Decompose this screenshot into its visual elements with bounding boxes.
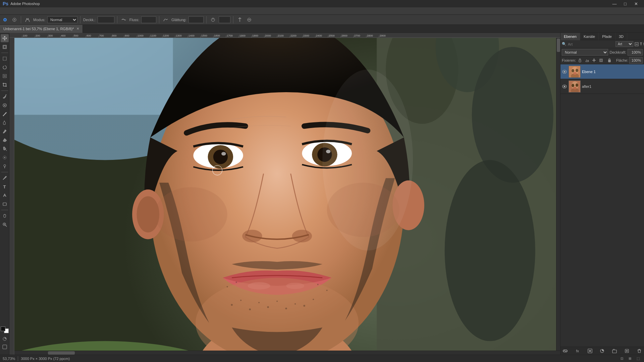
- tab-3d[interactable]: 3D: [615, 33, 627, 40]
- text-tool-button[interactable]: T: [1, 183, 9, 191]
- layer-mask-button[interactable]: [587, 348, 593, 354]
- modus-select[interactable]: Normal Multiplizieren Abblenden: [47, 16, 77, 23]
- layer-search-input[interactable]: [568, 42, 614, 46]
- svg-point-120: [276, 301, 278, 302]
- crop-tool-button[interactable]: [1, 81, 9, 89]
- screen-mode-button[interactable]: [1, 343, 8, 351]
- document-tab[interactable]: Unbenannt-1 bei 53,7% (Ebene 1, RGB/8)* …: [0, 25, 83, 33]
- fluss-input[interactable]: 3%: [141, 16, 156, 23]
- separator5: [206, 16, 207, 23]
- layer-item-ebene1[interactable]: Ebene 1: [560, 64, 644, 79]
- svg-text:2200: 2200: [290, 34, 297, 37]
- minimize-button[interactable]: —: [609, 0, 620, 7]
- airbrush-icon[interactable]: [120, 16, 127, 23]
- status-zoom-fit[interactable]: ⊡: [619, 355, 625, 362]
- scroll-bottom[interactable]: [14, 351, 560, 355]
- glattung-label: Glättung:: [171, 18, 186, 22]
- photo-canvas[interactable]: [14, 38, 560, 355]
- marquee-tool-button[interactable]: [1, 55, 9, 63]
- move-tool-button[interactable]: [1, 34, 9, 42]
- clone-stamp-button[interactable]: [1, 119, 9, 127]
- layer-visibility-ebene1[interactable]: [562, 69, 567, 74]
- blend-mode-row: Normal Multiplizieren Abblenden Aufhelle…: [560, 48, 644, 56]
- angle-icon[interactable]: [209, 16, 217, 23]
- new-layer-button[interactable]: [624, 348, 630, 354]
- extra-settings-icon[interactable]: [246, 16, 253, 23]
- maximize-button[interactable]: □: [620, 0, 631, 7]
- dodge-burn-button[interactable]: [1, 162, 9, 170]
- hand-tool-button[interactable]: [1, 212, 9, 220]
- brush-mode-icon[interactable]: [24, 16, 31, 23]
- fluss-label: Fluss:: [129, 18, 139, 22]
- zoom-tool-button[interactable]: [1, 221, 9, 229]
- angle-input[interactable]: 0°: [219, 16, 230, 23]
- tab-kanale[interactable]: Kanäle: [580, 33, 599, 40]
- pen-tool-button[interactable]: [1, 174, 9, 182]
- close-button[interactable]: ✕: [631, 0, 641, 7]
- color-mode-icon[interactable]: [0, 326, 9, 334]
- shape-tool-button[interactable]: [1, 200, 9, 208]
- svg-point-122: [294, 303, 296, 305]
- options-bar: Modus: Normal Multiplizieren Abblenden D…: [0, 15, 644, 25]
- glattung-input[interactable]: 0%: [189, 16, 204, 23]
- lock-all-button[interactable]: [606, 57, 612, 63]
- filter-text-icon[interactable]: T: [640, 41, 642, 47]
- eraser-button[interactable]: [1, 136, 9, 144]
- layer-type-filter[interactable]: Art Name: [615, 41, 633, 47]
- layer-adjustment-button[interactable]: [599, 348, 605, 354]
- eyedropper-button[interactable]: [1, 93, 9, 101]
- svg-point-126: [236, 282, 237, 283]
- zoom-level: 53,73%: [3, 357, 15, 361]
- delete-layer-button[interactable]: [636, 348, 643, 354]
- path-select-button[interactable]: [1, 191, 9, 199]
- svg-rect-9: [3, 57, 6, 60]
- svg-point-155: [573, 87, 577, 89]
- app-logo: Ps: [3, 1, 8, 6]
- lock-transparency-button[interactable]: [577, 57, 583, 63]
- svg-point-127: [317, 284, 319, 285]
- svg-point-149: [564, 85, 566, 87]
- filter-pixel-icon[interactable]: [635, 41, 639, 47]
- deckkraft-input[interactable]: 100%: [98, 16, 114, 23]
- artboard-tool-button[interactable]: [1, 43, 9, 51]
- separator4: [159, 16, 159, 23]
- healing-brush-button[interactable]: [1, 101, 9, 109]
- layer-visibility-after1[interactable]: [562, 84, 567, 89]
- right-panel: Ebenen Kanäle Pfade 3D 🔍 Art Name T: [560, 33, 644, 355]
- lock-artboard-button[interactable]: [598, 57, 604, 63]
- quick-mask-button[interactable]: [1, 335, 8, 343]
- status-grid-toggle[interactable]: ⊞: [627, 355, 633, 362]
- layer-link-button[interactable]: [562, 348, 569, 354]
- deckkraft-value[interactable]: [628, 49, 643, 56]
- status-arrange[interactable]: ⬚: [635, 355, 641, 362]
- smoothing-icon[interactable]: [162, 16, 169, 23]
- layer-effect-button[interactable]: fx: [574, 348, 581, 354]
- tool-preset-picker[interactable]: [1, 16, 9, 23]
- layers-bottom-bar: fx: [560, 347, 644, 355]
- blur-tool-button[interactable]: [1, 154, 9, 162]
- lock-image-button[interactable]: [584, 57, 590, 63]
- flache-value[interactable]: [629, 57, 643, 64]
- canvas-area[interactable]: [9, 38, 560, 355]
- svg-text:1200: 1200: [163, 34, 169, 37]
- brush-tool-button[interactable]: [1, 110, 9, 118]
- blend-mode-select[interactable]: Normal Multiplizieren Abblenden Aufhelle…: [562, 49, 608, 56]
- paint-bucket-button[interactable]: [1, 145, 9, 153]
- svg-text:2900: 2900: [380, 34, 386, 37]
- svg-rect-138: [600, 60, 602, 61]
- history-brush-button[interactable]: [1, 127, 9, 135]
- svg-rect-8: [4, 46, 6, 48]
- object-select-button[interactable]: [1, 72, 9, 80]
- svg-point-123: [303, 305, 305, 307]
- lasso-tool-button[interactable]: [1, 63, 9, 71]
- brush-picker[interactable]: [11, 16, 18, 23]
- layer-group-button[interactable]: [611, 348, 618, 354]
- svg-text:2400: 2400: [316, 34, 322, 37]
- symmetry-icon[interactable]: [236, 16, 244, 23]
- tab-ebenen[interactable]: Ebenen: [560, 33, 580, 40]
- lock-position-button[interactable]: [591, 57, 597, 63]
- layer-item-after1[interactable]: after1: [560, 79, 644, 94]
- scroll-right[interactable]: [556, 38, 560, 355]
- tab-close-button[interactable]: ✕: [76, 27, 79, 31]
- tab-pfade[interactable]: Pfade: [599, 33, 615, 40]
